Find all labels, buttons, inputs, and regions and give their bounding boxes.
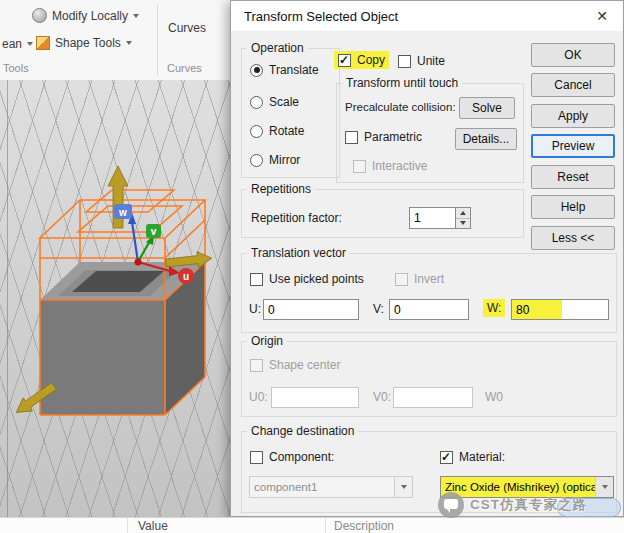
ribbon-item-boolean-partial[interactable]: ean bbox=[2, 37, 33, 51]
precalc-label: Precalculate collision: bbox=[345, 101, 456, 113]
checkbox-icon bbox=[395, 273, 408, 286]
chevron-down-icon[interactable] bbox=[595, 477, 613, 497]
checkbox-icon bbox=[440, 451, 453, 464]
unite-checkbox[interactable]: Unite bbox=[398, 54, 445, 68]
checkbox-icon bbox=[250, 359, 263, 372]
checkbox-icon bbox=[353, 160, 366, 173]
details-button[interactable]: Details... bbox=[455, 128, 517, 150]
chevron-down-icon bbox=[126, 41, 132, 45]
chevron-down-icon bbox=[27, 42, 33, 46]
ok-button[interactable]: OK bbox=[531, 43, 615, 67]
checkbox-icon bbox=[338, 54, 351, 67]
axis-u-label: u bbox=[183, 271, 189, 282]
curves-label: Curves bbox=[168, 21, 206, 35]
radio-translate[interactable]: Translate bbox=[250, 63, 319, 77]
boolean-label: ean bbox=[2, 37, 22, 51]
interactive-checkbox: Interactive bbox=[353, 159, 427, 173]
w-input[interactable] bbox=[511, 299, 609, 320]
radio-rotate[interactable]: Rotate bbox=[250, 124, 304, 138]
parameter-list-header: Value Description bbox=[0, 517, 624, 533]
ribbon-item-shape-tools[interactable]: Shape Tools bbox=[36, 36, 132, 50]
translation-vector-group bbox=[241, 253, 617, 333]
close-icon[interactable]: ✕ bbox=[591, 6, 613, 26]
ribbon-group-tools: Tools bbox=[3, 62, 29, 74]
help-button[interactable]: Help bbox=[531, 195, 615, 219]
w0-label: W0 bbox=[485, 390, 503, 404]
spinner-down-icon[interactable] bbox=[456, 218, 470, 229]
watermark-text: CST仿真专家之路 bbox=[470, 496, 587, 514]
touch-legend: Transform until touch bbox=[342, 76, 462, 90]
column-divider bbox=[127, 518, 128, 533]
radio-icon bbox=[250, 125, 263, 138]
translation-legend: Translation vector bbox=[247, 246, 350, 260]
radio-icon bbox=[250, 64, 263, 77]
ribbon-item-curves[interactable]: Curves bbox=[168, 21, 206, 35]
solve-button[interactable]: Solve bbox=[459, 97, 515, 119]
modify-locally-label: Modify Locally bbox=[52, 9, 128, 23]
u-label: U: bbox=[249, 302, 261, 316]
origin-legend: Origin bbox=[247, 334, 287, 348]
3d-viewport[interactable]: w v u bbox=[0, 80, 230, 517]
repetition-factor-label: Repetition factor: bbox=[251, 211, 342, 225]
wechat-bubble-icon bbox=[438, 492, 464, 518]
checkbox-icon bbox=[250, 451, 263, 464]
v-input[interactable] bbox=[389, 299, 469, 320]
shape-tools-label: Shape Tools bbox=[55, 36, 121, 50]
column-header-value: Value bbox=[138, 519, 168, 533]
repetition-factor-spinner[interactable] bbox=[456, 207, 471, 229]
chevron-down-icon bbox=[394, 477, 412, 497]
repetitions-legend: Repetitions bbox=[247, 182, 315, 196]
u-input[interactable] bbox=[263, 299, 359, 320]
repetition-factor-input[interactable] bbox=[409, 207, 456, 229]
checkbox-icon bbox=[345, 131, 358, 144]
checkbox-icon bbox=[398, 55, 411, 68]
u0-input bbox=[271, 387, 359, 408]
reset-button[interactable]: Reset bbox=[531, 165, 615, 189]
copy-checkbox[interactable]: Copy bbox=[334, 51, 389, 69]
preview-button[interactable]: Preview bbox=[531, 134, 615, 158]
checkbox-icon bbox=[250, 273, 263, 286]
dialog-title: Transform Selected Object bbox=[244, 9, 398, 24]
w-label: W: bbox=[483, 299, 505, 317]
ribbon-separator bbox=[157, 4, 158, 76]
v-label: V: bbox=[373, 302, 384, 316]
use-picked-points-checkbox[interactable]: Use picked points bbox=[250, 272, 364, 286]
parametric-checkbox[interactable]: Parametric bbox=[345, 130, 422, 144]
apply-button[interactable]: Apply bbox=[531, 104, 615, 128]
radio-scale[interactable]: Scale bbox=[250, 95, 299, 109]
destination-legend: Change destination bbox=[247, 424, 358, 438]
ribbon-item-modify-locally[interactable]: Modify Locally bbox=[32, 8, 139, 23]
watermark: CST仿真专家之路 bbox=[438, 492, 587, 518]
3d-object-canvas: w v u bbox=[0, 80, 230, 517]
component-checkbox[interactable]: Component: bbox=[250, 450, 334, 464]
box-front-face bbox=[40, 300, 165, 415]
shape-tools-icon bbox=[36, 36, 50, 50]
spinner-up-icon[interactable] bbox=[456, 208, 470, 218]
axis-w-label: w bbox=[118, 207, 127, 218]
material-checkbox[interactable]: Material: bbox=[440, 450, 505, 464]
ribbon-group-curves: Curves bbox=[167, 62, 202, 74]
column-header-description: Description bbox=[334, 519, 394, 533]
u0-label: U0: bbox=[249, 390, 268, 404]
radio-icon bbox=[250, 154, 263, 167]
modify-locally-icon bbox=[32, 8, 47, 23]
radio-mirror[interactable]: Mirror bbox=[250, 153, 300, 167]
less-button[interactable]: Less << bbox=[531, 226, 615, 250]
shape-center-checkbox: Shape center bbox=[250, 358, 340, 372]
cancel-button[interactable]: Cancel bbox=[531, 73, 615, 97]
v0-label: V0: bbox=[373, 390, 391, 404]
axis-v-label: v bbox=[151, 226, 157, 237]
operation-legend: Operation bbox=[247, 41, 308, 55]
chevron-down-icon bbox=[133, 14, 139, 18]
invert-checkbox: Invert bbox=[395, 272, 444, 286]
dialog-titlebar[interactable]: Transform Selected Object bbox=[231, 1, 623, 31]
transform-dialog[interactable]: Transform Selected Object ✕ OK Cancel Ap… bbox=[230, 0, 624, 517]
radio-icon bbox=[250, 96, 263, 109]
column-divider bbox=[325, 518, 326, 533]
v0-input bbox=[393, 387, 473, 408]
component-dropdown: component1 bbox=[249, 476, 413, 498]
